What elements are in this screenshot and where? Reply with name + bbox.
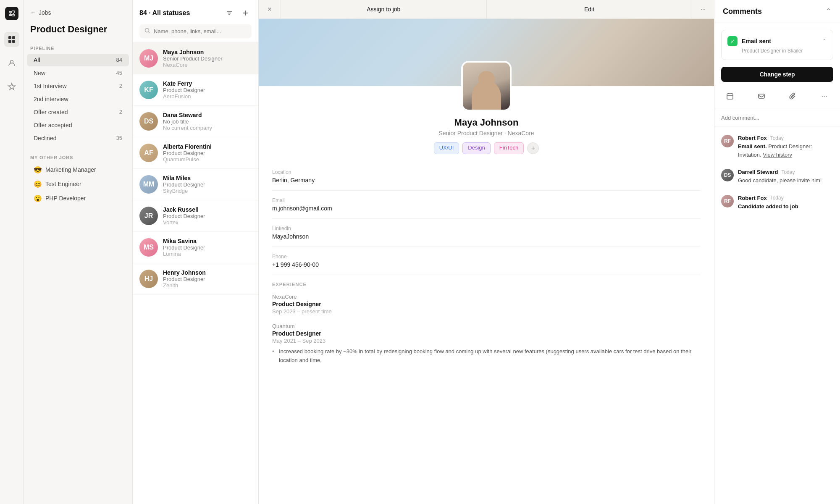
nav-icon-people[interactable] <box>4 55 19 71</box>
assign-to-job-button[interactable]: Assign to job <box>281 0 487 18</box>
other-job-php-dev[interactable]: 😮 PHP Developer <box>27 192 129 205</box>
comment-text: Candidate added to job <box>738 202 833 211</box>
pipeline-item-label: Declined <box>34 135 56 142</box>
close-button[interactable]: ✕ <box>259 0 281 18</box>
tag-uxui[interactable]: UX/UI <box>434 142 459 154</box>
nav-icon-star[interactable] <box>4 79 19 94</box>
pipeline-item-count: 2 <box>119 83 122 89</box>
avatar-initials: MS <box>144 244 154 251</box>
exp-role: Product Designer <box>272 301 701 307</box>
pipeline-item-1st-interview[interactable]: 1st Interview 2 <box>27 80 129 92</box>
profile-panel: ✕ Assign to job Edit ··· Maya Johnson Se… <box>259 0 714 504</box>
candidate-item[interactable]: MS Mika Savina Product Designer Lumina <box>133 232 258 263</box>
comment-body: Darrell Steward Today Good candidate, pl… <box>738 169 833 185</box>
candidate-avatar: JR <box>139 207 158 225</box>
back-label: Jobs <box>39 9 51 16</box>
avatar-initials: JR <box>144 212 153 220</box>
candidate-role: No job title <box>163 118 252 125</box>
change-step-button[interactable]: Change step <box>721 67 833 82</box>
candidate-item[interactable]: DS Dana Steward No job title No current … <box>133 106 258 137</box>
svg-rect-2 <box>8 40 11 43</box>
candidate-role: Senior Product Designer <box>163 55 252 62</box>
more-action-button[interactable]: ··· <box>817 89 832 104</box>
candidates-count-title: 84 · All statuses <box>139 9 190 17</box>
candidate-company: Vortex <box>163 219 252 226</box>
candidate-avatar: MM <box>139 175 158 194</box>
candidate-info: Mika Savina Product Designer Lumina <box>163 238 252 257</box>
pipeline-item-count: 45 <box>116 70 122 76</box>
comments-collapse-button[interactable]: ⌃ <box>825 7 832 16</box>
profile-details: Location Berlin, Germany Email m.johnson… <box>259 163 714 380</box>
attachment-action-button[interactable] <box>785 89 801 104</box>
other-job-emoji: 😮 <box>34 194 42 202</box>
comment-time: Today <box>781 169 795 175</box>
comment-item: DS Darrell Steward Today Good candidate,… <box>714 164 840 190</box>
candidate-item[interactable]: HJ Henry Johnson Product Designer Zenith <box>133 263 258 295</box>
candidate-company: AeroFusion <box>163 93 252 100</box>
phone-label: Phone <box>272 254 701 260</box>
tag-fintech[interactable]: FinTech <box>494 142 524 154</box>
other-job-test-eng[interactable]: 😊 Test Engineer <box>27 177 129 191</box>
view-history-link[interactable]: View history <box>763 152 792 158</box>
candidate-item[interactable]: MM Mila Miles Product Designer SkyBridge <box>133 169 258 200</box>
candidate-role: Product Designer <box>163 276 252 282</box>
pipeline-item-2nd-interview[interactable]: 2nd interview <box>27 93 129 105</box>
pipeline-item-offer-created[interactable]: Offer created 2 <box>27 106 129 118</box>
nav-icon-grid[interactable] <box>4 32 19 47</box>
calendar-action-button[interactable] <box>722 89 738 104</box>
pipeline-item-count: 2 <box>119 109 122 115</box>
candidate-company: Zenith <box>163 282 252 289</box>
more-options-button[interactable]: ··· <box>692 0 714 18</box>
avatar-initials: AF <box>144 149 153 157</box>
candidate-info: Alberta Florentini Product Designer Quan… <box>163 143 252 163</box>
candidate-item[interactable]: MJ Maya Johnson Senior Product Designer … <box>133 43 258 74</box>
comments-header: Comments ⌃ <box>714 0 840 23</box>
comments-list: RF Robert Fox Today Email sent. Product … <box>714 126 840 504</box>
email-label: Email <box>272 197 701 203</box>
pipeline-item-all[interactable]: All 84 <box>27 54 129 66</box>
comment-author: Robert Fox <box>738 195 767 201</box>
email-sent-collapse-icon[interactable]: ⌃ <box>822 38 827 45</box>
candidate-name: Dana Steward <box>163 112 252 118</box>
profile-name: Maya Johnson <box>259 117 714 128</box>
other-jobs-section: MY OTHER JOBS 😎 Marketing Manager 😊 Test… <box>24 152 132 206</box>
candidate-company: SkyBridge <box>163 188 252 194</box>
email-action-button[interactable] <box>754 89 769 104</box>
pipeline-item-declined[interactable]: Declined 35 <box>27 132 129 144</box>
candidate-item[interactable]: JR Jack Russell Product Designer Vortex <box>133 200 258 232</box>
candidate-avatar: DS <box>139 112 158 131</box>
avatar-initials: KF <box>144 86 153 94</box>
change-step-container: Change step <box>714 67 840 87</box>
add-tag-button[interactable]: + <box>527 142 539 154</box>
location-label: Location <box>272 169 701 175</box>
edit-button[interactable]: Edit <box>487 0 693 18</box>
exp-role: Product Designer <box>272 330 701 337</box>
job-title: Product Designer <box>24 22 132 42</box>
exp-company: Quantum <box>272 323 701 329</box>
candidate-role: Product Designer <box>163 181 252 188</box>
comment-input[interactable] <box>721 115 833 121</box>
candidate-avatar: KF <box>139 81 158 99</box>
tag-design[interactable]: Design <box>462 142 490 154</box>
pipeline-item-count: 84 <box>116 57 122 63</box>
app-logo <box>5 7 18 20</box>
candidate-item[interactable]: KF Kate Ferry Product Designer AeroFusio… <box>133 74 258 106</box>
candidate-info: Henry Johnson Product Designer Zenith <box>163 269 252 289</box>
back-button[interactable]: ← Jobs <box>24 7 132 18</box>
filter-button[interactable] <box>223 7 236 19</box>
pipeline-item-offer-accepted[interactable]: Offer accepted <box>27 119 129 131</box>
candidate-role: Product Designer <box>163 150 252 156</box>
add-candidate-button[interactable] <box>239 7 252 19</box>
other-job-marketing[interactable]: 😎 Marketing Manager <box>27 163 129 177</box>
svg-rect-1 <box>12 36 15 39</box>
pipeline-item-new[interactable]: New 45 <box>27 67 129 79</box>
email-sent-subtitle: Product Designer in Skailer <box>742 48 827 54</box>
search-input[interactable] <box>154 28 247 34</box>
other-jobs-list: 😎 Marketing Manager 😊 Test Engineer 😮 PH… <box>24 163 132 205</box>
left-panel: ← Jobs Product Designer PIPELINE All 84 … <box>24 0 133 504</box>
svg-rect-6 <box>727 94 733 99</box>
candidate-item[interactable]: AF Alberta Florentini Product Designer Q… <box>133 137 258 169</box>
candidate-info: Dana Steward No job title No current com… <box>163 112 252 131</box>
candidate-avatar: MJ <box>139 49 158 68</box>
pipeline-item-label: 2nd interview <box>34 96 68 102</box>
